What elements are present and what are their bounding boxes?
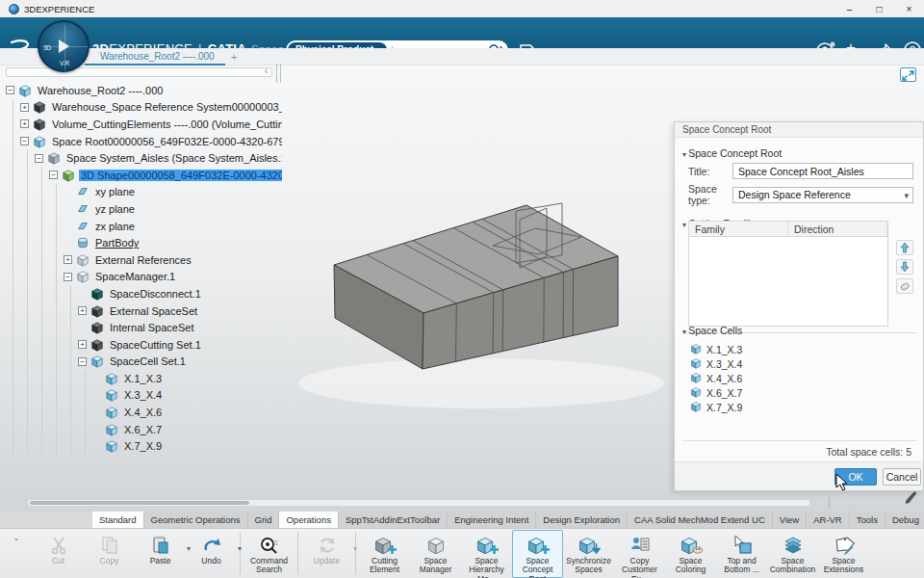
tree-expander-minus[interactable]: − [35, 154, 43, 163]
tree-node-label[interactable]: SpaceCutting Set.1 [108, 339, 203, 351]
tree-node[interactable]: zx plane [6, 218, 282, 235]
column-direction[interactable]: Direction [788, 222, 887, 236]
tree-node[interactable]: +External References [6, 251, 282, 269]
tree-node-label[interactable]: SpaceDisconnect.1 [108, 288, 203, 300]
scrollbar-thumb[interactable] [30, 501, 249, 505]
workbench-tab-view[interactable]: View [773, 512, 807, 528]
tree-expander-plus[interactable]: + [20, 103, 29, 112]
dropdown-caret-icon[interactable]: ▾ [238, 544, 242, 553]
command-search-button[interactable]: Command Search [244, 530, 295, 578]
tree-node[interactable]: −SpaceCell Set.1 [6, 354, 282, 371]
section-space-cells[interactable]: Space Cells [682, 325, 742, 336]
workbench-tab-debug[interactable]: Debug [886, 512, 924, 528]
tree-node[interactable]: −Warehouse_Root2 ----.000 [6, 82, 282, 99]
maximize-button[interactable]: □ [864, 0, 894, 17]
tree-expander-plus[interactable]: + [78, 340, 87, 349]
workbench-tab-standard[interactable]: Standard [92, 512, 144, 528]
space-coloring-button[interactable]: Space Coloring [665, 530, 716, 578]
cutting-element-button[interactable]: Cutting Element [359, 530, 410, 578]
workbench-tab-ar-vr[interactable]: AR-VR [807, 512, 850, 528]
tree-node-label[interactable]: SpaceManager.1 [93, 271, 177, 282]
tree-expander-minus[interactable]: − [78, 357, 87, 366]
tree-expander-plus[interactable]: + [20, 119, 29, 128]
tree-collapse-strip[interactable] [6, 67, 272, 77]
tree-node[interactable]: Internal SpaceSet [6, 319, 282, 336]
tree-node-label[interactable]: X.6_X.7 [122, 424, 164, 435]
tree-expander-plus[interactable]: + [78, 306, 87, 315]
tree-node-label[interactable]: yz plane [93, 203, 137, 215]
workbench-tab-engineering-intent[interactable]: Engineering Intent [448, 512, 536, 528]
space-manager-button[interactable]: Space Manager [410, 530, 461, 578]
cancel-button[interactable]: Cancel [883, 468, 921, 486]
minimize-button[interactable]: – [834, 0, 864, 17]
new-tab-button[interactable]: + [231, 49, 237, 65]
tree-node-label[interactable]: X.3_X.4 [122, 389, 164, 401]
tree-node-label[interactable]: Warehouse_Space Reference System00000003… [50, 101, 282, 113]
workbench-tab-grid[interactable]: Grid [248, 512, 280, 528]
tree-node[interactable]: −SpaceManager.1 [6, 269, 282, 286]
tree-node[interactable]: X.3_X.4 [6, 387, 282, 405]
tree-panel-handle[interactable] [276, 64, 281, 83]
tree-node-label[interactable]: PartBody [93, 237, 141, 249]
dropdown-caret-icon[interactable]: ▾ [353, 544, 357, 553]
tree-node[interactable]: −Space System_Aisles (Space System_Aisle… [6, 149, 282, 167]
tree-node-label[interactable]: Space Root00000056_649F032E-0000-4320-67… [50, 136, 282, 147]
tree-node[interactable]: X.6_X.7 [6, 421, 282, 438]
tree-node[interactable]: SpaceDisconnect.1 [6, 285, 282, 302]
tree-node-label[interactable]: 3D Shape00000058_649F032E-0000-4320-6790… [79, 170, 282, 181]
tree-node[interactable]: X.7_X.9 [6, 437, 282, 455]
synchronize-spaces-button[interactable]: Synchronize Spaces [563, 530, 614, 578]
tree-node-label[interactable]: Internal SpaceSet [108, 322, 195, 333]
space-cell-item[interactable]: X.3_X.4 [690, 356, 742, 371]
tree-node[interactable]: −Space Root00000056_649F032E-0000-4320-6… [6, 133, 282, 150]
workbench-tab-design-exploration[interactable]: Design Exploration [536, 512, 628, 528]
workbench-tab-operations[interactable]: Operations [279, 512, 338, 528]
space-cell-item[interactable]: X.4_X.6 [690, 371, 742, 385]
tree-node-label[interactable]: Volume_CuttingElements ----.000 (Volume_… [50, 118, 282, 130]
space-hierarchy-button[interactable]: Space Hierarchy Ma... [461, 530, 512, 578]
horizontal-scrollbar[interactable] [27, 499, 810, 507]
space-cell-item[interactable]: X.7_X.9 [690, 400, 742, 414]
paste-button[interactable]: ▾Paste [135, 530, 186, 578]
tree-node[interactable]: PartBody [6, 234, 282, 251]
tree-node-label[interactable]: xy plane [93, 186, 137, 197]
tree-expander-minus[interactable]: − [20, 137, 29, 145]
tree-node[interactable]: −3D Shape00000058_649F032E-0000-4320-679… [6, 167, 282, 184]
tree-node[interactable]: +Warehouse_Space Reference System0000000… [6, 99, 282, 117]
dialog-title[interactable]: Space Concept Root [675, 122, 923, 138]
erase-button[interactable] [896, 278, 913, 294]
section-space-concept-root[interactable]: Space Concept Root [682, 147, 923, 159]
close-button[interactable]: × [894, 0, 924, 17]
top-and-bottom-button[interactable]: Top and Bottom ... [716, 530, 767, 578]
space-extensions-button[interactable]: Space Extensions ... [818, 530, 869, 578]
tree-node[interactable]: +External SpaceSet [6, 302, 282, 320]
workbench-tab-tools[interactable]: Tools [850, 512, 886, 528]
restore-viewport-icon[interactable] [900, 67, 916, 82]
cutting-families-table[interactable]: Family Direction [688, 221, 888, 327]
move-up-button[interactable] [896, 240, 913, 255]
space-combination-button[interactable]: Space Combination [767, 530, 818, 578]
tree-node[interactable]: xy plane [6, 184, 282, 201]
tree-node[interactable]: X.1_X.3 [6, 370, 282, 387]
tree-expander-minus[interactable]: − [49, 171, 58, 179]
document-tab[interactable]: Warehouse_Root2 ----.000 [92, 49, 222, 65]
workbench-tab-geometric-operations[interactable]: Geometric Operations [144, 512, 248, 528]
tree-node[interactable]: X.4_X.6 [6, 404, 282, 421]
move-down-button[interactable] [896, 259, 913, 275]
compass-play-icon[interactable] [59, 39, 69, 53]
tree-node[interactable]: +Volume_CuttingElements ----.000 (Volume… [6, 116, 282, 133]
tree-node-label[interactable]: Space System_Aisles (Space System_Aisles… [64, 152, 282, 164]
space-cell-item[interactable]: X.1_X.3 [690, 342, 742, 356]
3d-compass[interactable]: 3D V.R [38, 20, 90, 72]
action-bar-collapse-chevron[interactable]: ⌄ [0, 529, 33, 578]
tree-node-label[interactable]: Warehouse_Root2 ----.000 [36, 85, 165, 96]
tree-node-label[interactable]: External References [93, 254, 193, 266]
space-cell-item[interactable]: X.6_X.7 [690, 385, 742, 400]
workbench-tab-spptstaddinexttoolbar[interactable]: SppTstAddinExtToolbar [339, 512, 448, 528]
annotation-pencil-icon[interactable] [903, 491, 918, 507]
tree-node-label[interactable]: X.1_X.3 [122, 373, 164, 384]
tree-expander-minus[interactable]: − [64, 273, 72, 281]
tree-node[interactable]: yz plane [6, 200, 282, 218]
tree-node-label[interactable]: SpaceCell Set.1 [108, 355, 188, 367]
undo-button[interactable]: ▾Undo [186, 530, 237, 578]
